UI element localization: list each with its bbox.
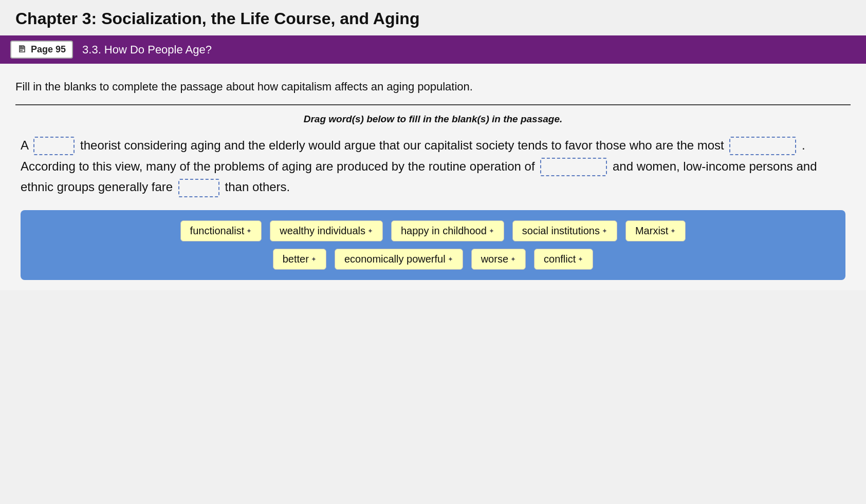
word-chip-worse[interactable]: worse✦: [471, 249, 526, 270]
blank-4[interactable]: [178, 179, 219, 197]
instruction-text: Fill in the blanks to complete the passa…: [15, 79, 851, 95]
blank-1[interactable]: [33, 137, 75, 155]
page-icon: 🖹: [17, 44, 27, 55]
passage-text-a: A: [21, 138, 28, 152]
word-chip-better[interactable]: better✦: [273, 249, 326, 270]
page-number: Page 95: [31, 44, 66, 55]
chapter-title: Chapter 3: Socialization, the Life Cours…: [0, 0, 866, 35]
page-header: 🖹 Page 95 3.3. How Do People Age?: [0, 35, 866, 64]
page-wrapper: Chapter 3: Socialization, the Life Cours…: [0, 0, 866, 504]
content-area: Fill in the blanks to complete the passa…: [0, 64, 866, 290]
word-bank-row-1: functionalist✦wealthy individuals✦happy …: [36, 220, 830, 241]
word-chip-functionalist[interactable]: functionalist✦: [180, 220, 262, 241]
passage-text-4: than others.: [225, 180, 290, 194]
word-chip-economically-powerful[interactable]: economically powerful✦: [335, 249, 463, 270]
blank-2[interactable]: [729, 137, 796, 155]
word-chip-social-institutions[interactable]: social institutions✦: [512, 220, 617, 241]
passage-text-1: theorist considering aging and the elder…: [80, 138, 724, 152]
drag-instruction: Drag word(s) below to fill in the blank(…: [15, 114, 851, 125]
section-title: 3.3. How Do People Age?: [82, 43, 212, 57]
word-chip-marxist[interactable]: Marxist✦: [625, 220, 686, 241]
word-chip-happy-in-childhood[interactable]: happy in childhood✦: [391, 220, 504, 241]
word-bank-row-2: better✦economically powerful✦worse✦confl…: [36, 249, 830, 270]
blank-3[interactable]: [540, 158, 607, 176]
divider: [15, 104, 851, 105]
word-chip-conflict[interactable]: conflict✦: [534, 249, 593, 270]
word-chip-wealthy-individuals[interactable]: wealthy individuals✦: [270, 220, 383, 241]
page-badge: 🖹 Page 95: [10, 41, 73, 59]
word-bank: functionalist✦wealthy individuals✦happy …: [21, 210, 845, 280]
passage-area: A theorist considering aging and the eld…: [15, 135, 851, 198]
